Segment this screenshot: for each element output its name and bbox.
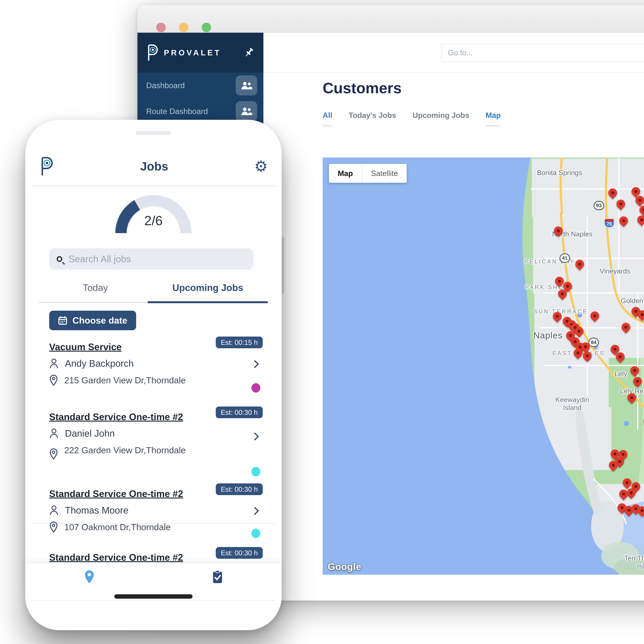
job-address: 222 Garden View Dr,Thorndale (64, 444, 186, 456)
chevron-right-icon[interactable] (251, 433, 259, 440)
goto-search-input[interactable] (441, 44, 644, 62)
home-indicator[interactable] (114, 594, 193, 599)
maximize-window-button[interactable] (202, 23, 211, 32)
route-shield: 41 (559, 253, 570, 263)
phone-tabs: Today Upcoming Jobs (39, 282, 264, 303)
person-icon (49, 428, 59, 439)
job-card[interactable]: Est: 00:30 h Standard Service One-time #… (49, 552, 263, 563)
tab-upcoming-jobs[interactable]: Upcoming Jobs (413, 111, 469, 126)
map-canvas[interactable]: Bonita SpringsAve MariaOrangetreeNorth N… (323, 158, 644, 575)
nav-map-button[interactable] (25, 570, 154, 584)
tab-today[interactable]: Today (39, 282, 151, 302)
map-label: Keewaydin Island (550, 396, 594, 412)
choose-date-button[interactable]: Choose date (49, 311, 136, 330)
brand-name: PROVALET (164, 48, 243, 57)
customer-name: Thomas Moore (65, 505, 128, 516)
map-type-satellite-button[interactable]: Satellite (362, 164, 407, 183)
location-pin-icon (49, 521, 58, 533)
settings-gear-icon[interactable]: ⚙ (254, 159, 268, 174)
estimate-badge: Est: 00:15 h (216, 337, 263, 348)
sidebar-item-dashboard[interactable]: Dashboard (137, 73, 264, 98)
phone-bottom-nav (25, 563, 282, 590)
provalet-logo-icon (146, 44, 159, 61)
sidebar-header: PROVALET (137, 33, 264, 72)
users-icon[interactable] (236, 75, 257, 96)
tab-upcoming-jobs[interactable]: Upcoming Jobs (152, 282, 264, 302)
sidebar-item-label: Dashboard (146, 81, 185, 90)
route-shield: 75 (604, 218, 614, 228)
location-pin-icon (49, 448, 58, 460)
map-label: Ten Thousand Island (624, 554, 644, 570)
page-tabs: All Today's Jobs Upcoming Jobs Map (323, 111, 501, 126)
phone-mockup: Jobs ⚙ 2/6 Today Upcoming Jobs Choose da… (25, 120, 282, 630)
minimize-window-button[interactable] (179, 23, 188, 32)
job-card[interactable]: Est: 00:30 h Standard Service One-time #… (49, 412, 263, 460)
job-address: 107 Oakmont Dr,Thorndale (64, 521, 171, 533)
nav-tasks-button[interactable] (153, 570, 282, 584)
job-customer-row: Thomas Moore (49, 505, 263, 516)
sidebar-item-label: Route Dashboard (146, 107, 208, 116)
divider (32, 185, 275, 186)
status-dot (251, 467, 260, 476)
progress-value: 2/6 (144, 213, 163, 228)
phone-app-header: Jobs ⚙ (39, 149, 268, 184)
map-label: Golden Gate (621, 297, 644, 305)
estimate-badge: Est: 00:30 h (216, 483, 263, 495)
tab-all[interactable]: All (323, 111, 332, 126)
route-shield: 84 (588, 338, 599, 347)
phone-search-bar[interactable] (49, 248, 253, 270)
chevron-right-icon[interactable] (251, 507, 259, 515)
search-icon (57, 256, 62, 262)
person-icon (49, 358, 59, 369)
tab-map[interactable]: Map (486, 111, 501, 126)
job-address-row: 107 Oakmont Dr,Thorndale (49, 521, 263, 533)
customer-name: Andy Backporch (65, 358, 134, 369)
clipboard-check-icon (212, 570, 223, 584)
job-card[interactable]: Est: 00:15 h Vacuum Service Andy Backpor… (49, 342, 263, 386)
estimate-badge: Est: 00:30 h (216, 406, 263, 418)
person-icon (49, 505, 59, 516)
map-type-control: Map Satellite (329, 164, 407, 183)
status-dot (251, 383, 260, 393)
users-icon[interactable] (236, 101, 257, 121)
job-address-row: 215 Garden View Dr,Thorndale (49, 375, 263, 386)
job-address: 215 Garden View Dr,Thorndale (64, 375, 186, 386)
jobs-search-input[interactable] (69, 254, 246, 264)
phone-screen-title: Jobs (54, 159, 254, 173)
job-address-row: 222 Garden View Dr,Thorndale (49, 444, 188, 460)
map-type-map-button[interactable]: Map (329, 164, 362, 183)
status-dot (251, 529, 260, 538)
pin-collapse-icon[interactable] (243, 47, 255, 58)
close-window-button[interactable] (156, 23, 166, 32)
chevron-right-icon[interactable] (251, 360, 259, 368)
map-terrain (323, 158, 644, 575)
job-card[interactable]: Est: 00:30 h Standard Service One-time #… (49, 488, 263, 533)
map-label: Bonita Springs (537, 169, 582, 177)
route-shield: 93 (594, 201, 604, 210)
screenshot-canvas: PROVALET Dashboard Route D (0, 0, 644, 644)
location-pin-icon (49, 375, 58, 386)
customer-name: Daniel John (65, 428, 115, 439)
location-pin-icon (84, 570, 95, 584)
window-titlebar (137, 5, 644, 33)
calendar-icon (58, 316, 67, 325)
job-customer-row: Daniel John (49, 428, 263, 439)
provalet-logo-icon (39, 156, 54, 176)
tab-todays-jobs[interactable]: Today's Jobs (349, 111, 396, 126)
map-label: Vineyards (600, 267, 630, 275)
google-logo: Google (328, 561, 361, 572)
job-customer-row: Andy Backporch (49, 358, 263, 369)
estimate-badge: Est: 00:30 h (216, 547, 263, 559)
map-label: Naples (533, 330, 563, 340)
divider (32, 600, 275, 601)
map-label: Lely (615, 370, 627, 378)
phone-speaker (136, 131, 171, 135)
app-topbar (263, 33, 644, 72)
page-title: Customers (323, 79, 402, 97)
